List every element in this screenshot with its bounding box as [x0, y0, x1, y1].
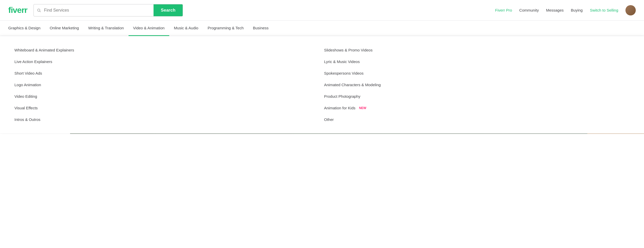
dropdown-visual-effects[interactable]: Visual Effects	[12, 102, 322, 114]
dropdown-live-action[interactable]: Live Action Explainers	[12, 56, 322, 67]
dropdown-menu: Whiteboard & Animated Explainers Live Ac…	[0, 36, 644, 134]
nav-community[interactable]: Community	[519, 8, 539, 12]
dropdown-col-1: Whiteboard & Animated Explainers Live Ac…	[12, 44, 322, 125]
nav-messages[interactable]: Messages	[546, 8, 564, 12]
cat-writing-translation[interactable]: Writing & Translation	[83, 21, 128, 36]
dropdown-slideshows[interactable]: Slideshows & Promo Videos	[322, 44, 632, 56]
dropdown-other[interactable]: Other	[322, 114, 632, 125]
category-nav: Graphics & Design Online Marketing Writi…	[0, 21, 644, 36]
dropdown-spokespersons[interactable]: Spokespersons Videos	[322, 67, 632, 79]
dropdown-product-photography[interactable]: Product Photography	[322, 91, 632, 102]
nav-fiverr-pro[interactable]: Fiverr Pro	[495, 8, 512, 12]
dropdown-logo-animation[interactable]: Logo Animation	[12, 79, 322, 91]
cat-music-audio[interactable]: Music & Audio	[169, 21, 203, 36]
search-button[interactable]: Search	[154, 4, 183, 16]
cat-graphics-design[interactable]: Graphics & Design	[8, 21, 45, 36]
header: fiverr Search Fiverr Pro Community Messa…	[0, 0, 644, 21]
cat-business[interactable]: Business	[248, 21, 273, 36]
dropdown-lyric-music[interactable]: Lyric & Music Videos	[322, 56, 632, 67]
svg-point-0	[38, 9, 40, 11]
dropdown-animated-characters[interactable]: Animated Characters & Modeling	[322, 79, 632, 91]
dropdown-intros-outros[interactable]: Intros & Outros	[12, 114, 322, 125]
fiverr-logo[interactable]: fiverr	[8, 5, 27, 15]
cat-online-marketing[interactable]: Online Marketing	[45, 21, 83, 36]
avatar-image	[625, 5, 636, 15]
dropdown-col-2: Slideshows & Promo Videos Lyric & Music …	[322, 44, 632, 125]
search-icon	[34, 8, 44, 12]
dropdown-whiteboard[interactable]: Whiteboard & Animated Explainers	[12, 44, 322, 56]
new-badge: NEW	[359, 106, 366, 110]
nav-buying[interactable]: Buying	[571, 8, 583, 12]
cat-video-animation[interactable]: Video & Animation	[129, 21, 169, 36]
cat-programming-tech[interactable]: Programming & Tech	[203, 21, 248, 36]
avatar[interactable]	[625, 5, 636, 15]
dropdown-animation-kids[interactable]: Animation for Kids NEW	[322, 102, 632, 114]
search-bar: Search	[33, 4, 183, 16]
dropdown-video-editing[interactable]: Video Editing	[12, 91, 322, 102]
nav-switch-to-selling[interactable]: Switch to Selling	[590, 8, 618, 12]
dropdown-short-video[interactable]: Short Video Ads	[12, 67, 322, 79]
header-nav: Fiverr Pro Community Messages Buying Swi…	[495, 5, 636, 15]
svg-line-1	[40, 11, 41, 12]
search-input[interactable]	[44, 4, 154, 16]
